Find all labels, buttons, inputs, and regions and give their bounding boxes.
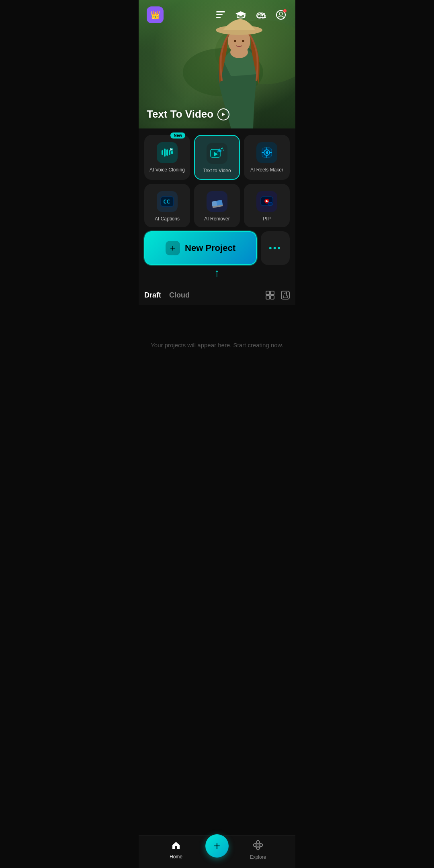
cloud-icon[interactable] bbox=[254, 8, 267, 21]
tool-card-pip[interactable]: PIP bbox=[244, 184, 290, 227]
tool-label-pip: PIP bbox=[263, 216, 270, 222]
svg-point-27 bbox=[222, 147, 223, 148]
tool-card-ai-captions[interactable]: CC AI Captions bbox=[144, 184, 190, 227]
svg-rect-9 bbox=[216, 17, 221, 18]
svg-rect-46 bbox=[270, 295, 274, 299]
grid-view-icon[interactable] bbox=[266, 291, 274, 302]
plus-icon: + bbox=[166, 241, 180, 255]
svg-point-5 bbox=[234, 40, 236, 42]
empty-state: Your projects will appear here. Start cr… bbox=[139, 305, 295, 385]
badge-new: New bbox=[170, 132, 185, 139]
tool-label-ai-captions: AI Captions bbox=[155, 216, 180, 222]
svg-rect-42 bbox=[268, 202, 272, 205]
svg-rect-19 bbox=[164, 149, 166, 157]
share-icon[interactable] bbox=[281, 291, 290, 302]
svg-text:CC: CC bbox=[163, 198, 170, 205]
tab-actions bbox=[266, 291, 290, 302]
tools-section: New AI Voice Cloning bbox=[139, 128, 295, 287]
more-options-button[interactable]: ••• bbox=[261, 231, 290, 265]
svg-point-17 bbox=[279, 12, 283, 15]
hero-title[interactable]: Text To Video bbox=[147, 108, 229, 120]
text-video-icon bbox=[207, 143, 227, 164]
play-circle-icon[interactable] bbox=[217, 108, 229, 120]
tool-card-ai-remover[interactable]: AI Remover bbox=[194, 184, 240, 227]
hero-title-area: Text To Video bbox=[147, 108, 229, 120]
tool-card-ai-reels-maker[interactable]: AI Reels Maker bbox=[244, 135, 290, 180]
notification-dot bbox=[283, 9, 287, 12]
tool-card-ai-voice-cloning[interactable]: New AI Voice Cloning bbox=[144, 135, 190, 180]
new-project-button[interactable]: + New Project bbox=[144, 231, 257, 265]
hero-banner: 👑 bbox=[139, 0, 295, 128]
top-icons bbox=[214, 8, 287, 21]
arrow-indicator: ↑ bbox=[144, 267, 290, 279]
more-dots-icon: ••• bbox=[269, 243, 282, 253]
captions-icon: CC bbox=[157, 191, 178, 212]
voice-icon bbox=[157, 142, 178, 163]
tool-label-ai-remover: AI Remover bbox=[204, 216, 229, 222]
new-project-label: New Project bbox=[185, 243, 235, 253]
app-logo[interactable]: 👑 bbox=[147, 6, 164, 23]
tool-card-text-to-video[interactable]: Text to Video bbox=[194, 135, 240, 180]
pip-icon bbox=[256, 191, 277, 212]
tab-draft[interactable]: Draft bbox=[144, 291, 161, 301]
tool-label-text-to-video: Text to Video bbox=[203, 168, 231, 173]
project-row: + New Project ••• bbox=[144, 231, 290, 265]
tab-group: Draft Cloud bbox=[144, 291, 190, 301]
tool-label-ai-voice-cloning: AI Voice Cloning bbox=[149, 167, 185, 173]
tab-cloud[interactable]: Cloud bbox=[169, 291, 190, 301]
svg-rect-18 bbox=[162, 150, 163, 155]
tools-grid: New AI Voice Cloning bbox=[144, 135, 290, 227]
arrow-up-icon: ↑ bbox=[214, 267, 220, 279]
svg-rect-44 bbox=[270, 291, 274, 295]
top-bar: 👑 bbox=[139, 0, 295, 30]
svg-rect-20 bbox=[166, 149, 168, 156]
svg-rect-8 bbox=[216, 14, 223, 15]
svg-rect-21 bbox=[169, 150, 170, 155]
menu-icon[interactable] bbox=[214, 8, 227, 21]
svg-rect-7 bbox=[216, 11, 225, 12]
svg-rect-22 bbox=[171, 151, 173, 154]
reels-icon bbox=[256, 142, 277, 163]
svg-point-6 bbox=[242, 40, 244, 42]
svg-point-26 bbox=[223, 150, 224, 151]
svg-rect-45 bbox=[266, 295, 270, 299]
graduation-cap-icon[interactable] bbox=[234, 8, 247, 21]
remover-icon bbox=[207, 191, 227, 212]
project-tabs: Draft Cloud bbox=[139, 287, 295, 305]
profile-icon[interactable] bbox=[274, 8, 287, 21]
tool-label-ai-reels-maker: AI Reels Maker bbox=[250, 167, 283, 173]
svg-rect-43 bbox=[266, 291, 270, 295]
